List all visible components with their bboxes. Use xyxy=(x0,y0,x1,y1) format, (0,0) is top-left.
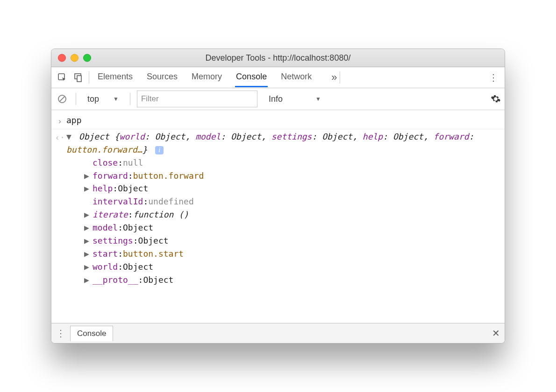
drawer-tab-console[interactable]: Console xyxy=(70,326,113,341)
panel-tabs: Elements Sources Memory Console Network … xyxy=(97,68,337,87)
device-toolbar-icon[interactable] xyxy=(70,71,86,84)
console-result[interactable]: ▼ Object {world: Object, model: Object, … xyxy=(66,130,501,287)
property-key: close xyxy=(93,156,118,169)
tab-console[interactable]: Console xyxy=(235,68,268,87)
drawer: ⋮ Console ✕ xyxy=(51,323,505,343)
svg-rect-2 xyxy=(77,76,81,82)
property-value: Object xyxy=(118,182,148,195)
property-value: Object xyxy=(123,221,153,234)
property-key: __proto__ xyxy=(93,273,138,287)
property-value: Object xyxy=(143,273,173,287)
expand-toggle-icon[interactable]: ▶ xyxy=(84,247,92,260)
object-property[interactable]: ▶help: Object xyxy=(84,182,501,195)
devtools-window: Developer Tools - http://localhost:8080/… xyxy=(51,49,505,343)
property-value: button.forward xyxy=(133,169,204,182)
object-property[interactable]: ▶settings: Object xyxy=(84,234,501,247)
filter-input[interactable] xyxy=(137,91,257,107)
object-property[interactable]: ▶iterate: function () xyxy=(84,208,501,221)
expand-toggle-icon[interactable]: ▶ xyxy=(84,221,92,234)
expand-toggle-icon[interactable]: ▼ xyxy=(66,130,74,143)
object-property[interactable]: ▶model: Object xyxy=(84,221,501,234)
property-key: model xyxy=(93,221,118,234)
context-selector[interactable]: top ▼ xyxy=(83,92,123,106)
expand-toggle-icon[interactable]: ▶ xyxy=(84,182,92,195)
separator xyxy=(76,93,76,105)
prompt-icon: › xyxy=(53,114,66,128)
property-key: start xyxy=(93,247,118,260)
traffic-lights xyxy=(58,54,91,62)
separator xyxy=(130,93,130,105)
expand-toggle-icon[interactable]: ▶ xyxy=(84,169,92,182)
log-level-selector[interactable]: Info ▼ xyxy=(264,92,326,106)
chevron-down-icon: ▼ xyxy=(315,96,321,102)
object-summary: Object {world: Object, model: Object, se… xyxy=(66,132,474,154)
property-value: undefined xyxy=(148,195,194,208)
chevron-down-icon: ▼ xyxy=(113,96,119,102)
property-value: function () xyxy=(133,208,189,221)
property-key: help xyxy=(93,182,113,195)
tab-sources[interactable]: Sources xyxy=(146,68,178,87)
panel-tabbar: Elements Sources Memory Console Network … xyxy=(51,67,505,88)
property-value: Object xyxy=(123,260,153,273)
tabs-overflow-icon[interactable]: » xyxy=(331,71,337,84)
context-label: top xyxy=(87,94,99,104)
tab-network[interactable]: Network xyxy=(280,68,313,87)
property-key: forward xyxy=(93,169,128,182)
object-properties: close: null▶forward: button.forward▶help… xyxy=(84,156,501,287)
tab-elements[interactable]: Elements xyxy=(97,68,134,87)
property-key: intervalId xyxy=(93,195,143,208)
result-icon: ‹· xyxy=(53,130,66,144)
window-close-button[interactable] xyxy=(58,54,66,62)
object-property[interactable]: ▶start: button.start xyxy=(84,247,501,260)
property-key: iterate xyxy=(93,208,128,221)
expand-toggle-icon[interactable]: ▶ xyxy=(84,208,92,221)
property-value: Object xyxy=(138,234,169,247)
property-value: button.start xyxy=(123,247,184,260)
console-input-text: app xyxy=(66,114,501,127)
property-value: null xyxy=(123,156,143,169)
object-property[interactable]: ▶forward: button.forward xyxy=(84,169,501,182)
log-level-label: Info xyxy=(269,94,283,104)
titlebar: Developer Tools - http://localhost:8080/ xyxy=(51,49,505,67)
expand-toggle-icon[interactable]: ▶ xyxy=(84,260,92,273)
console-output: › app ‹· ▼ Object {world: Object, model:… xyxy=(51,110,505,328)
clear-console-icon[interactable] xyxy=(55,94,69,104)
expand-toggle-icon[interactable]: ▶ xyxy=(84,273,92,287)
drawer-close-icon[interactable]: ✕ xyxy=(492,328,500,339)
expand-toggle-icon[interactable]: ▶ xyxy=(84,234,92,247)
inspect-element-icon[interactable] xyxy=(54,71,70,84)
drawer-menu-icon[interactable]: ⋮ xyxy=(56,328,67,339)
tab-memory[interactable]: Memory xyxy=(191,68,223,87)
separator xyxy=(340,71,340,84)
object-property[interactable]: intervalId: undefined xyxy=(84,195,501,208)
object-property[interactable]: close: null xyxy=(84,156,501,169)
window-zoom-button[interactable] xyxy=(83,54,91,62)
property-key: world xyxy=(93,260,118,273)
separator xyxy=(89,71,89,84)
info-badge-icon[interactable]: i xyxy=(155,146,164,154)
console-toolbar: top ▼ Info ▼ xyxy=(51,88,505,110)
object-property[interactable]: ▶world: Object xyxy=(84,260,501,273)
object-property[interactable]: ▶__proto__: Object xyxy=(84,273,501,287)
window-minimize-button[interactable] xyxy=(71,54,78,62)
console-settings-icon[interactable] xyxy=(491,94,501,104)
console-input-row: › app xyxy=(51,113,505,129)
console-result-row: ‹· ▼ Object {world: Object, model: Objec… xyxy=(51,129,505,287)
property-key: settings xyxy=(93,234,133,247)
devtools-menu-icon[interactable]: ⋮ xyxy=(485,72,502,83)
window-title: Developer Tools - http://localhost:8080/ xyxy=(206,53,351,63)
